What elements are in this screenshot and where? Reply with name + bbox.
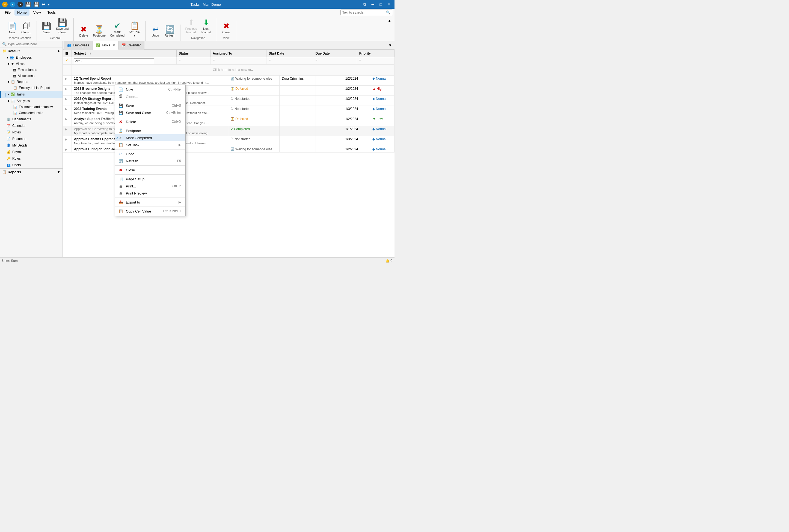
table-row[interactable]: ▶2023 Training EventsNeed to finalize 20… bbox=[63, 106, 395, 116]
context-menu-item-delete[interactable]: ✖ Delete Ctrl+D bbox=[115, 118, 185, 125]
row-toggle[interactable]: ▶ bbox=[63, 126, 72, 136]
row-toggle[interactable]: ▶ bbox=[63, 86, 72, 96]
tab-tasks-close[interactable]: ✕ bbox=[113, 44, 115, 47]
add-new-row[interactable]: Click here to add a new row bbox=[63, 65, 395, 75]
col-due-date[interactable]: Due Date bbox=[313, 50, 357, 57]
row-toggle[interactable]: ▶ bbox=[63, 146, 72, 152]
sidebar-search-input[interactable] bbox=[8, 42, 60, 46]
context-menu-item-print[interactable]: 🖨 Print... Ctrl+P bbox=[115, 183, 185, 190]
row-toggle[interactable]: ▶ bbox=[63, 106, 72, 116]
ribbon-clone-btn[interactable]: 🗐 Clone... bbox=[20, 21, 33, 35]
context-menu-item-undo[interactable]: ↩ Undo bbox=[115, 150, 185, 157]
tab-tasks-icon: ✅ bbox=[96, 43, 100, 47]
table-row[interactable]: ▶2023 Brochure DesignsThe changes we nee… bbox=[63, 86, 395, 96]
filter-icon[interactable]: ⊟ bbox=[65, 52, 68, 55]
sidebar-item-notes[interactable]: 📝 Notes bbox=[0, 129, 62, 136]
sidebar-item-departments[interactable]: 🏢 Departments bbox=[0, 116, 62, 122]
tab-tasks[interactable]: ✅ Tasks ✕ bbox=[93, 41, 118, 50]
ribbon-group-general: 💾 Save 💾 Save andClose General bbox=[37, 18, 74, 41]
table-row[interactable]: ▶2023 QA Strategy ReportIn final stages … bbox=[63, 96, 395, 106]
context-menu-item-new[interactable]: 📄 New Ctrl+N ▶ bbox=[115, 86, 185, 93]
context-menu-item-refresh[interactable]: 🔄 Refresh F5 bbox=[115, 157, 185, 165]
table-row[interactable]: ▶Approve Benefits Upgrade PackageNegotia… bbox=[63, 136, 395, 146]
sidebar-item-calendar[interactable]: 📅 Calendar bbox=[0, 122, 62, 129]
context-menu-item-copy-cell[interactable]: 📋 Copy Cell Value Ctrl+Shift+C bbox=[115, 208, 185, 215]
table-row[interactable]: ▶Analyze Support Traffic for 2023Antony,… bbox=[63, 116, 395, 126]
sidebar-item-users[interactable]: 👥 Users bbox=[0, 162, 62, 168]
ribbon-collapse-btn[interactable]: ▲ bbox=[387, 17, 392, 24]
col-assigned-to[interactable]: Assigned To bbox=[210, 50, 267, 57]
sidebar-item-tasks[interactable]: | ▾ ✅ Tasks bbox=[0, 91, 62, 98]
ribbon-delete-btn[interactable]: ✖ Delete bbox=[77, 24, 90, 38]
dropdown-icon[interactable]: ▾ bbox=[48, 2, 50, 6]
context-menu-item-set-task[interactable]: 📋 Set Task ▶ bbox=[115, 141, 185, 148]
sidebar-item-employees[interactable]: ▾ 👥 Employees bbox=[0, 54, 62, 61]
sidebar-item-employee-list-report[interactable]: 📋 Employee List Report bbox=[0, 85, 62, 91]
cell-subject[interactable]: 1Q Travel Spend ReportMarcus, have compl… bbox=[72, 76, 228, 86]
sidebar-item-resumes[interactable]: 📄 Resumes bbox=[0, 136, 62, 142]
sidebar-item-analytics[interactable]: ▾ 📊 Analytics bbox=[0, 98, 62, 104]
col-status[interactable]: Status bbox=[176, 50, 210, 57]
ribbon-save-btn[interactable]: 💾 Save bbox=[40, 21, 53, 35]
sidebar-default-header[interactable]: 📁 Default ▲ bbox=[0, 48, 62, 54]
col-priority[interactable]: Priority bbox=[357, 50, 394, 57]
search-box[interactable]: 🔍 bbox=[341, 10, 392, 15]
col-subject[interactable]: Subject ⇕ bbox=[72, 50, 177, 57]
close-btn[interactable]: ✕ bbox=[386, 2, 392, 7]
table-row[interactable]: ▶1Q Travel Spend ReportMarcus, have comp… bbox=[63, 76, 395, 86]
table-row[interactable]: ▶Approve Hiring of John Jeffers🔄 Waiting… bbox=[63, 146, 395, 152]
ribbon-undo-btn[interactable]: ↩ Undo bbox=[149, 24, 162, 38]
views-icon: 👁 bbox=[11, 62, 14, 66]
context-menu-item-mark-completed[interactable]: ✔ ✔ Mark Completed bbox=[115, 134, 185, 141]
table-row[interactable]: ▶Approval on Converting to New HDMI Spec… bbox=[63, 126, 395, 136]
sidebar-item-completed-tasks[interactable]: 📊 Completed tasks bbox=[0, 110, 62, 116]
menu-view[interactable]: View bbox=[31, 9, 44, 16]
maximize-btn[interactable]: □ bbox=[378, 2, 384, 7]
ribbon-set-task-btn[interactable]: 📋 Set Task▾ bbox=[127, 21, 142, 38]
context-menu-item-page-setup[interactable]: 📄 Page Setup... bbox=[115, 175, 185, 183]
context-menu-item-save[interactable]: 💾 Save Ctrl+S bbox=[115, 102, 185, 109]
tabs-dropdown-icon[interactable]: ▾ bbox=[389, 43, 391, 48]
ribbon-close-btn[interactable]: ✖ Close bbox=[220, 21, 233, 35]
sidebar-item-my-details[interactable]: 👤 My Details bbox=[0, 142, 62, 149]
ribbon-postpone-btn[interactable]: ⏳ Postpone bbox=[91, 24, 107, 38]
restore-btn[interactable]: ⧉ bbox=[362, 2, 368, 7]
ribbon-mark-completed-btn[interactable]: ✔ MarkCompleted bbox=[108, 21, 126, 38]
context-menu-item-export-to[interactable]: 📤 Export to ▶ bbox=[115, 198, 185, 206]
row-toggle[interactable]: ▶ bbox=[63, 116, 72, 126]
ribbon-prev-record-btn[interactable]: ⬆ PreviousRecord bbox=[184, 18, 199, 35]
menu-file[interactable]: File bbox=[2, 9, 13, 16]
sidebar-search[interactable]: 🔍 bbox=[0, 41, 62, 48]
menu-home[interactable]: Home bbox=[15, 9, 30, 16]
sidebar-reports-header[interactable]: 📋 Reports ▼ bbox=[0, 168, 62, 175]
ribbon-refresh-btn[interactable]: 🔄 Refresh bbox=[163, 24, 177, 38]
row-toggle[interactable]: ▶ bbox=[63, 136, 72, 146]
context-menu-item-close[interactable]: ✖ Close bbox=[115, 167, 185, 173]
tab-employees[interactable]: 👥 Employees bbox=[64, 41, 93, 50]
sidebar-item-reports-sub[interactable]: ▾ 📋 Reports bbox=[0, 79, 62, 85]
sidebar-item-views[interactable]: ▾ 👁 Views bbox=[0, 61, 62, 67]
menu-tools[interactable]: Tools bbox=[45, 9, 58, 16]
subject-filter-input[interactable] bbox=[74, 58, 154, 63]
context-menu-item-print-preview[interactable]: 🖨 Print Preview... bbox=[115, 190, 185, 197]
save2-icon[interactable]: 💾 bbox=[33, 1, 39, 7]
sidebar-item-few-columns[interactable]: ▦ Few columns bbox=[0, 67, 62, 73]
sidebar-item-estimated-actual[interactable]: 📊 Estimated and actual w bbox=[0, 104, 62, 110]
ribbon-next-record-btn[interactable]: ⬇ NextRecord bbox=[200, 18, 213, 35]
context-menu-item-postpone[interactable]: ⏳ Postpone bbox=[115, 127, 185, 134]
sidebar-search-icon: 🔍 bbox=[2, 42, 6, 46]
tab-calendar[interactable]: 📅 Calendar bbox=[118, 41, 144, 50]
sidebar-item-roles[interactable]: 🔑 Roles bbox=[0, 155, 62, 162]
sidebar-item-all-columns[interactable]: ▦ All columns bbox=[0, 73, 62, 79]
col-start-date[interactable]: Start Date bbox=[267, 50, 313, 57]
undo-icon[interactable]: ↩ bbox=[41, 1, 45, 7]
sidebar-item-payroll[interactable]: 💰 Payroll bbox=[0, 149, 62, 155]
minimize-btn[interactable]: ─ bbox=[370, 2, 376, 7]
context-menu-item-save-close[interactable]: 💾 Save and Close Ctrl+Enter bbox=[115, 109, 185, 116]
search-input[interactable] bbox=[342, 11, 386, 15]
ribbon-new-btn[interactable]: 📄 New bbox=[5, 21, 19, 35]
ribbon-save-close-btn[interactable]: 💾 Save andClose bbox=[54, 18, 70, 35]
row-toggle[interactable]: ▶ bbox=[63, 96, 72, 106]
row-toggle[interactable]: ▶ bbox=[63, 76, 72, 86]
save-icon[interactable]: 💾 bbox=[25, 1, 31, 7]
